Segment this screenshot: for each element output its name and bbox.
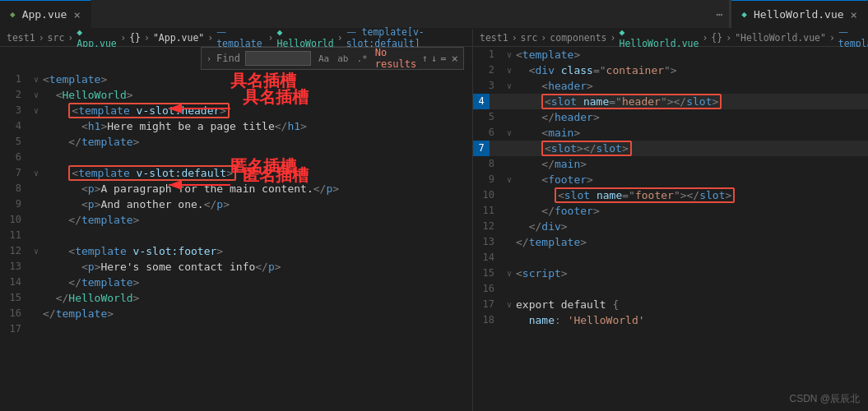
code-line-7: 7 ∨ <template v-slot:default>	[0, 165, 472, 181]
code-line-9: 9 <p>And another one.</p>	[0, 196, 472, 212]
code-line-3: 3 ∨ <template v-slot:header>	[0, 103, 472, 118]
find-bar: › Find Aa ab .* No results ↑ ↓ = ×	[201, 47, 464, 70]
code-line-13: 13 <p>Here's some contact info</p>	[0, 259, 472, 275]
bc-r-braces: {}	[711, 32, 722, 44]
code-line-10: 10 </template>	[0, 212, 472, 228]
r-line-5: 5 </header>	[473, 109, 868, 125]
bc-src: src	[48, 32, 65, 44]
r-line-4: 4 <slot name="header"></slot>	[473, 94, 868, 109]
r-line-9: 9 ∨ <footer>	[473, 172, 868, 187]
r-line-6: 6 ∨ <main>	[473, 125, 868, 141]
r-line-15: 15 ∨ <script>	[473, 266, 868, 281]
code-line-14: 14 </template>	[0, 275, 472, 290]
r-line-1: 1 ∨ <template>	[473, 47, 868, 62]
r-line-8: 8 </main>	[473, 156, 868, 172]
code-line-15: 15 </HelloWorld>	[0, 290, 472, 306]
find-arrow: ›	[207, 54, 211, 63]
tab-more-left[interactable]: ⋯	[710, 0, 730, 28]
bc-r-src: src	[521, 32, 538, 44]
breadcrumb-left: test1 › src › ◆ App.vue › {} › "App.vue"…	[0, 29, 473, 47]
watermark: CSDN @辰辰北	[789, 392, 860, 406]
code-line-16: 16 </template>	[0, 306, 472, 321]
whole-word-btn[interactable]: ab	[335, 53, 350, 65]
bc-r-components: components	[550, 32, 606, 44]
tab-close-left[interactable]: ×	[73, 8, 80, 21]
match-case-btn[interactable]: Aa	[316, 53, 332, 65]
r-line-3: 3 ∨ <header>	[473, 78, 868, 94]
bc-template-slot: ⸻ template[v-slot:default]	[346, 26, 466, 49]
find-options: Aa ab .*	[316, 53, 370, 65]
bc-app-vue: ◆ App.vue	[77, 26, 117, 49]
tab-app-vue[interactable]: ◆ App.vue ×	[0, 0, 91, 28]
editor-right: 1 ∨ <template> 2 ∨ <div class="container…	[473, 47, 868, 411]
r-line-14: 14	[473, 250, 868, 266]
r-line-16: 16	[473, 281, 868, 297]
bc-app-name: "App.vue"	[153, 32, 204, 44]
tab-label: App.vue	[22, 8, 67, 21]
bc-r-test1: test1	[480, 32, 508, 44]
find-close[interactable]: ×	[452, 52, 458, 65]
find-next[interactable]: ↓	[431, 53, 437, 64]
find-label: Find	[216, 53, 240, 64]
code-line-5: 5 </template>	[0, 134, 472, 150]
regex-btn[interactable]: .*	[354, 53, 369, 65]
code-line-2: 2 ∨ <HelloWorld>	[0, 87, 472, 103]
find-nav: ↑ ↓ =	[422, 53, 447, 64]
bc-r-hw: ◆ HelloWorld.vue	[619, 26, 699, 49]
find-wrap[interactable]: =	[440, 53, 446, 64]
left-code-area: 1 ∨ <template> 2 ∨ <HelloWorld> 3 ∨ <tem…	[0, 47, 472, 411]
right-code-area: 1 ∨ <template> 2 ∨ <div class="container…	[473, 47, 868, 411]
breadcrumb-right: test1 › src › components › ◆ HelloWorld.…	[473, 29, 868, 47]
r-line-18: 18 name: 'HelloWorld'	[473, 312, 868, 328]
bc-r-hw-name: "HelloWorld.vue"	[735, 32, 826, 44]
code-line-4: 4 <h1>Here might be a page title</h1>	[0, 118, 472, 134]
bc-test1: test1	[7, 32, 35, 44]
r-line-10: 10 <slot name="footer"></slot>	[473, 187, 868, 203]
code-line-1: 1 ∨ <template>	[0, 72, 472, 87]
r-line-17: 17 ∨ export default {	[473, 297, 868, 312]
bc-braces: {}	[129, 32, 141, 44]
code-line-6: 6	[0, 150, 472, 165]
r-line-7: 7 <slot></slot>	[473, 141, 868, 156]
tab-close-right[interactable]: ×	[851, 8, 857, 21]
editor-left: › Find Aa ab .* No results ↑ ↓ = × 1 ∨ <…	[0, 47, 473, 411]
find-input[interactable]	[245, 51, 311, 66]
find-prev[interactable]: ↑	[422, 53, 428, 64]
r-line-12: 12 </div>	[473, 219, 868, 234]
bc-template: ⸻ template	[216, 26, 264, 49]
code-line-17: 17	[0, 321, 472, 337]
r-line-2: 2 ∨ <div class="container">	[473, 62, 868, 78]
code-line-11: 11	[0, 228, 472, 243]
r-line-13: 13 </template>	[473, 234, 868, 250]
bc-r-template: ⸻ template	[838, 26, 868, 49]
tab-bar: ◆ App.vue × ⋯ ◆ HelloWorld.vue ×	[0, 0, 868, 29]
code-line-8: 8 <p>A paragraph for the main content.</…	[0, 181, 472, 196]
vue-icon-right: ◆	[741, 9, 747, 20]
tab-helloworld-vue[interactable]: ◆ HelloWorld.vue ×	[731, 0, 868, 28]
bc-helloworld: ◆ HelloWorld	[276, 26, 333, 49]
r-line-11: 11 </footer>	[473, 203, 868, 219]
no-results-text: No results	[375, 47, 417, 70]
tab-label-right: HelloWorld.vue	[754, 8, 844, 21]
code-line-12: 12 ∨ <template v-slot:footer>	[0, 243, 472, 259]
editors-container: › Find Aa ab .* No results ↑ ↓ = × 1 ∨ <…	[0, 47, 868, 411]
vue-icon: ◆	[10, 9, 16, 20]
